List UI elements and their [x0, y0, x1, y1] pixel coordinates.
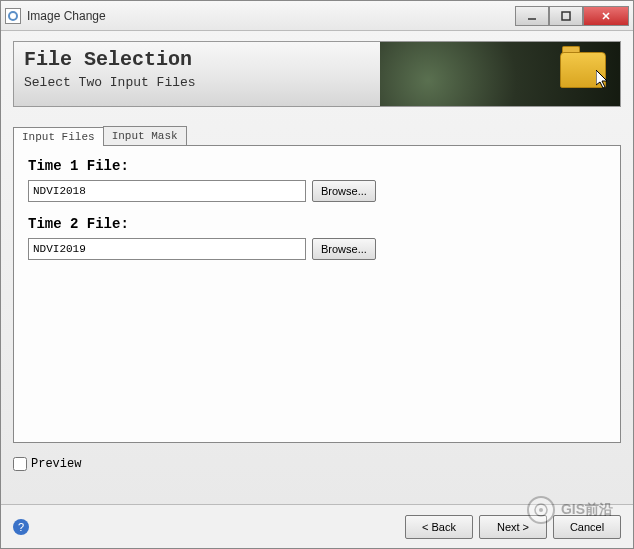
back-button[interactable]: < Back: [405, 515, 473, 539]
page-subtitle: Select Two Input Files: [24, 75, 196, 90]
dialog-window: Image Change File Selection Select Two I…: [0, 0, 634, 549]
tab-input-mask[interactable]: Input Mask: [103, 126, 187, 145]
window-buttons: [515, 6, 629, 26]
tab-row: Input Files Input Mask: [13, 121, 621, 145]
close-button[interactable]: [583, 6, 629, 26]
cancel-button[interactable]: Cancel: [553, 515, 621, 539]
tab-input-files[interactable]: Input Files: [13, 127, 104, 146]
preview-label[interactable]: Preview: [31, 457, 81, 471]
page-title: File Selection: [24, 48, 196, 71]
header-banner-image: [380, 42, 620, 106]
time2-input[interactable]: [28, 238, 306, 260]
time2-label: Time 2 File:: [28, 216, 606, 232]
tab-panel: Time 1 File: Browse... Time 2 File: Brow…: [13, 145, 621, 443]
minimize-button[interactable]: [515, 6, 549, 26]
app-icon: [5, 8, 21, 24]
wizard-header: File Selection Select Two Input Files: [13, 41, 621, 107]
titlebar[interactable]: Image Change: [1, 1, 633, 31]
preview-checkbox[interactable]: [13, 457, 27, 471]
svg-rect-1: [562, 12, 570, 20]
maximize-button[interactable]: [549, 6, 583, 26]
time2-browse-button[interactable]: Browse...: [312, 238, 376, 260]
window-title: Image Change: [27, 9, 515, 23]
next-button[interactable]: Next >: [479, 515, 547, 539]
cursor-icon: [596, 70, 612, 90]
help-icon[interactable]: ?: [13, 519, 29, 535]
preview-row: Preview: [13, 457, 621, 471]
content-area: File Selection Select Two Input Files In…: [1, 31, 633, 477]
time1-browse-button[interactable]: Browse...: [312, 180, 376, 202]
wizard-footer: ? < Back Next > Cancel: [1, 504, 633, 548]
time1-label: Time 1 File:: [28, 158, 606, 174]
time1-input[interactable]: [28, 180, 306, 202]
